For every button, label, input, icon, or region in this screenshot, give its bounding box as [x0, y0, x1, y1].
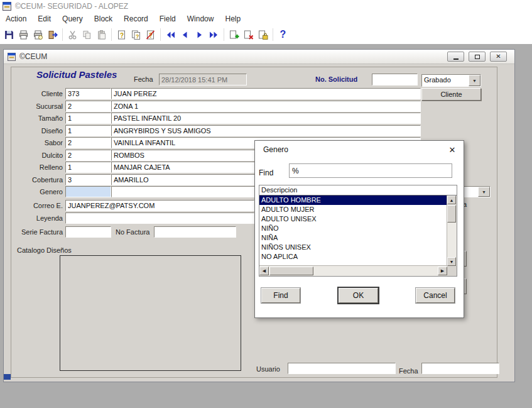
cobertura-code-field[interactable] — [65, 174, 111, 185]
dialog-title: Genero — [263, 145, 288, 154]
list-item[interactable]: NIÑA — [259, 233, 447, 243]
sabor-code-field[interactable] — [65, 137, 111, 148]
menu-query[interactable]: Query — [57, 13, 89, 25]
find-button[interactable]: Find — [261, 288, 300, 303]
list-item[interactable]: NIÑOS UNISEX — [259, 243, 447, 252]
fecha-label: Fecha — [134, 75, 153, 83]
diseno-code-field[interactable] — [65, 125, 111, 136]
next-record-button[interactable] — [192, 28, 207, 42]
copy-button[interactable] — [80, 28, 94, 42]
fecha-bottom-field[interactable] — [421, 363, 499, 374]
usuario-field[interactable] — [288, 363, 396, 374]
list-item[interactable]: NIÑO — [259, 224, 447, 233]
serie-factura-field[interactable] — [65, 226, 111, 238]
help-button[interactable]: ? — [276, 28, 290, 42]
cliente-desc-field[interactable] — [111, 88, 421, 99]
list-header: Descripcion — [259, 185, 457, 196]
scroll-down-icon[interactable]: ▼ — [447, 257, 456, 266]
tamano-code-field[interactable] — [65, 113, 111, 124]
lock-record-button[interactable] — [256, 28, 270, 42]
minimize-button[interactable] — [447, 52, 464, 62]
scroll-up-icon[interactable]: ▲ — [447, 196, 456, 204]
menu-action[interactable]: Action — [0, 13, 32, 25]
previous-record-button[interactable] — [178, 28, 192, 42]
next-block-button[interactable] — [207, 28, 221, 42]
cut-icon — [67, 30, 78, 40]
close-button[interactable]: ✕ — [490, 52, 507, 62]
fecha-field[interactable] — [159, 74, 247, 85]
relleno-code-field[interactable] — [65, 162, 111, 173]
genero-code-field[interactable] — [65, 186, 111, 197]
execute-query-button[interactable]: ? — [129, 28, 143, 42]
save-button[interactable] — [2, 28, 16, 42]
cut-button[interactable] — [65, 28, 80, 42]
maximize-button[interactable] — [469, 52, 486, 62]
chevron-down-icon[interactable]: ▼ — [478, 187, 490, 197]
ceum-window-titlebar[interactable]: ©CEUM ✕ — [4, 50, 514, 64]
ceum-window-title: ©CEUM — [19, 52, 47, 61]
print-preview-button[interactable] — [31, 28, 45, 42]
dulcito-code-field[interactable] — [65, 150, 111, 161]
print-button[interactable] — [16, 28, 31, 42]
leyenda-field[interactable] — [65, 212, 254, 224]
no-factura-field[interactable] — [154, 226, 236, 238]
previous-block-button[interactable] — [163, 28, 178, 42]
horizontal-scrollbar[interactable]: ◀ ▶ — [259, 265, 447, 276]
next-record-icon — [194, 30, 205, 40]
ok-button[interactable]: OK — [339, 288, 378, 303]
exit-button[interactable] — [45, 28, 60, 42]
menu-field[interactable]: Field — [154, 13, 182, 25]
sucursal-desc-field[interactable] — [111, 101, 421, 112]
horizontal-scroll-thumb[interactable] — [269, 267, 313, 275]
vertical-scrollbar[interactable]: ▲ ▼ — [447, 196, 457, 266]
lock-record-icon — [258, 30, 268, 40]
svg-text:?: ? — [120, 31, 124, 38]
list-item[interactable]: ADULTO UNISEX — [259, 214, 447, 224]
menu-bar: Action Edit Query Block Record Field Win… — [0, 13, 246, 25]
maximize-icon — [475, 55, 480, 59]
scroll-right-icon[interactable]: ▶ — [438, 267, 447, 275]
genero-label: Genero — [6, 188, 63, 196]
find-label: Find — [259, 168, 273, 177]
catalogo-disenos-label: Catalogo Diseños — [17, 246, 72, 254]
correo-field[interactable] — [65, 200, 254, 211]
tamano-desc-field[interactable] — [111, 113, 421, 124]
diseno-label: Diseño — [6, 127, 63, 135]
delete-record-icon — [243, 30, 254, 40]
cancel-query-button[interactable]: ? — [143, 28, 158, 42]
list-item[interactable]: ADULTO HOMBRE — [259, 196, 447, 205]
previous-record-icon — [180, 30, 190, 40]
delete-record-button[interactable] — [241, 28, 256, 42]
sucursal-code-field[interactable] — [65, 101, 111, 112]
cliente-code-field[interactable] — [65, 88, 111, 99]
insert-record-button[interactable] — [227, 28, 241, 42]
menu-edit[interactable]: Edit — [32, 13, 57, 25]
list-item[interactable]: NO APLICA — [259, 252, 447, 262]
find-input[interactable] — [289, 163, 452, 178]
no-solicitud-field[interactable] — [372, 74, 418, 85]
diseno-desc-field[interactable] — [111, 125, 421, 136]
chevron-down-icon[interactable]: ▼ — [469, 75, 480, 86]
toolbar-separator — [160, 28, 161, 41]
enter-query-button[interactable]: ? — [114, 28, 129, 42]
cancel-button[interactable]: Cancel — [416, 288, 455, 303]
next-block-icon — [209, 30, 219, 40]
copy-icon — [82, 30, 92, 40]
dialog-close-button[interactable]: ✕ — [445, 143, 460, 156]
vertical-scroll-thumb[interactable] — [447, 205, 456, 223]
genero-dialog: Genero ✕ Find Descripcion ADULTO HOMBRE … — [254, 140, 464, 318]
hidden-combo-fragment[interactable]: ▼ — [464, 186, 491, 197]
app-titlebar[interactable]: ©CEUM- SEGURIDAD - ALOPEZ — [0, 0, 532, 13]
minimize-icon — [453, 58, 459, 60]
menu-window[interactable]: Window — [182, 13, 220, 25]
scroll-left-icon[interactable]: ◀ — [259, 267, 269, 275]
list-item[interactable]: ADULTO MUJER — [259, 205, 447, 214]
menu-help[interactable]: Help — [219, 13, 246, 25]
usuario-label: Usuario — [256, 365, 280, 373]
status-combo[interactable]: Grabado ▼ — [421, 74, 481, 87]
paste-button[interactable] — [94, 28, 109, 42]
menu-block[interactable]: Block — [89, 13, 118, 25]
status-combo-value: Grabado — [422, 75, 469, 86]
menu-record[interactable]: Record — [118, 13, 154, 25]
cliente-button[interactable]: Cliente — [421, 88, 481, 101]
